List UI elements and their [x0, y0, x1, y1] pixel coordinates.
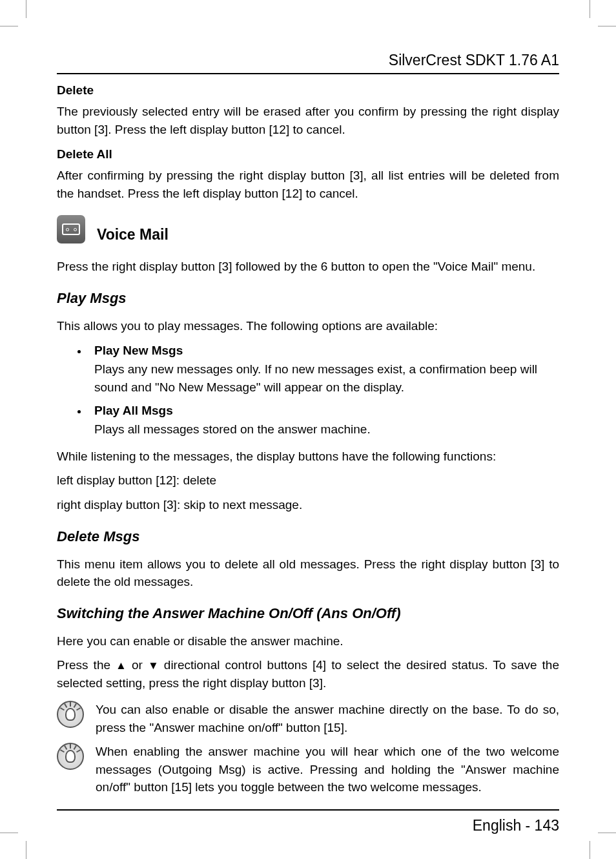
bullet-title: Play All Msgs — [94, 404, 559, 418]
press-prefix: Press the — [57, 658, 116, 672]
bullet-body: Plays all messages stored on the answer … — [94, 420, 559, 439]
delete-all-body: After confirming by pressing the right d… — [57, 167, 559, 202]
right-button-fn: right display button [3]: skip to next m… — [57, 496, 559, 514]
list-item: Play New Msgs Plays any new messages onl… — [88, 344, 559, 396]
voicemail-title: Voice Mail — [97, 226, 169, 243]
tip-2-text: When enabling the answer machine you wil… — [96, 743, 559, 796]
bullet-title: Play New Msgs — [94, 344, 559, 358]
tip-1-text: You can also enable or disable the answe… — [96, 701, 559, 736]
ans-onoff-heading: Switching the Answer Machine On/Off (Ans… — [57, 605, 559, 622]
tip-row-1: You can also enable or disable the answe… — [57, 701, 559, 736]
voicemail-section-header: Voice Mail — [57, 215, 559, 243]
delete-heading: Delete — [57, 83, 559, 98]
page-footer: English - 143 — [57, 809, 559, 834]
down-arrow-icon: ▼ — [148, 658, 159, 674]
lightbulb-icon — [57, 701, 84, 728]
bullet-body: Plays any new messages only. If no new m… — [94, 360, 559, 396]
delete-all-heading: Delete All — [57, 147, 559, 161]
press-mid: or — [127, 658, 148, 672]
delete-body: The previously selected entry will be er… — [57, 103, 559, 138]
page-header: SilverCrest SDKT 1.76 A1 — [57, 52, 559, 74]
up-arrow-icon: ▲ — [116, 658, 127, 674]
voicemail-intro: Press the right display button [3] follo… — [57, 258, 559, 276]
play-msgs-intro: This allows you to play messages. The fo… — [57, 317, 559, 335]
cassette-icon — [57, 215, 85, 243]
play-msgs-list: Play New Msgs Plays any new messages onl… — [88, 344, 559, 439]
delete-msgs-body: This menu item allows you to delete all … — [57, 555, 559, 591]
ans-onoff-intro: Here you can enable or disable the answe… — [57, 632, 559, 650]
play-msgs-heading: Play Msgs — [57, 290, 559, 307]
ans-onoff-press: Press the ▲ or ▼ directional control but… — [57, 656, 559, 692]
delete-msgs-heading: Delete Msgs — [57, 528, 559, 545]
tip-row-2: When enabling the answer machine you wil… — [57, 743, 559, 796]
list-item: Play All Msgs Plays all messages stored … — [88, 404, 559, 439]
lightbulb-icon — [57, 743, 84, 770]
while-listening: While listening to the messages, the dis… — [57, 448, 559, 466]
left-button-fn: left display button [12]: delete — [57, 471, 559, 490]
